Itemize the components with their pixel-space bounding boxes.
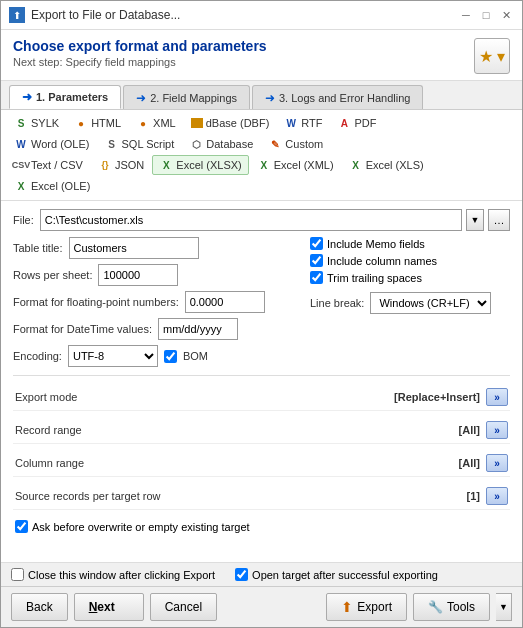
format-sqlscript-button[interactable]: S SQL Script bbox=[97, 134, 181, 154]
close-after-export-label: Close this window after clicking Export bbox=[28, 569, 215, 581]
sylk-icon: S bbox=[14, 116, 28, 130]
window-title: Export to File or Database... bbox=[31, 8, 180, 22]
export-mode-expand-button[interactable]: » bbox=[486, 388, 508, 406]
rows-per-sheet-row: Rows per sheet: bbox=[13, 264, 290, 286]
tab-logshandling[interactable]: ➜ 3. Logs and Error Handling bbox=[252, 85, 423, 109]
format-json-label: JSON bbox=[115, 159, 144, 171]
cancel-label: Cancel bbox=[165, 600, 202, 614]
format-word-label: Word (OLE) bbox=[31, 138, 89, 150]
source-records-label: Source records per target row bbox=[15, 490, 161, 502]
datetime-format-label: Format for DateTime values: bbox=[13, 323, 152, 335]
file-row: File: ▼ … bbox=[13, 209, 510, 231]
format-database-button[interactable]: ⬡ Database bbox=[182, 134, 260, 154]
header-section: Choose export format and parameters Next… bbox=[1, 30, 522, 81]
custom-icon: ✎ bbox=[268, 137, 282, 151]
file-label: File: bbox=[13, 214, 34, 226]
header-subtitle: Next step: Specify field mappings bbox=[13, 56, 267, 68]
format-xml-label: XML bbox=[153, 117, 176, 129]
encoding-row: Encoding: UTF-8 UTF-16 ASCII BOM bbox=[13, 345, 290, 367]
header-title: Choose export format and parameters bbox=[13, 38, 267, 54]
format-dbase-button[interactable]: dBase (DBF) bbox=[184, 113, 277, 133]
format-excelxlsx-button[interactable]: X Excel (XLSX) bbox=[152, 155, 248, 175]
float-format-row: Format for floating-point numbers: bbox=[13, 291, 290, 313]
format-xml-button[interactable]: ● XML bbox=[129, 113, 183, 133]
column-range-label: Column range bbox=[15, 457, 84, 469]
trim-spaces-row: Trim trailing spaces bbox=[310, 271, 510, 284]
source-records-row: Source records per target row [1] » bbox=[13, 483, 510, 510]
record-range-row: Record range [All] » bbox=[13, 417, 510, 444]
include-memo-checkbox[interactable] bbox=[310, 237, 323, 250]
rows-per-sheet-label: Rows per sheet: bbox=[13, 269, 92, 281]
format-excelxml-button[interactable]: X Excel (XML) bbox=[250, 155, 341, 175]
next-label: Next bbox=[89, 600, 115, 614]
close-after-export-checkbox[interactable] bbox=[11, 568, 24, 581]
maximize-button[interactable]: □ bbox=[478, 7, 494, 23]
close-button[interactable]: ✕ bbox=[498, 7, 514, 23]
cancel-button[interactable]: Cancel bbox=[150, 593, 217, 621]
include-memo-label: Include Memo fields bbox=[327, 238, 425, 250]
export-icon: ⬆ bbox=[341, 599, 353, 615]
include-columns-checkbox[interactable] bbox=[310, 254, 323, 267]
linebreak-label: Line break: bbox=[310, 297, 364, 309]
ask-overwrite-checkbox[interactable] bbox=[15, 520, 28, 533]
source-records-right: [1] » bbox=[467, 487, 508, 505]
source-records-expand-button[interactable]: » bbox=[486, 487, 508, 505]
tab-fieldmappings[interactable]: ➜ 2. Field Mappings bbox=[123, 85, 250, 109]
trim-spaces-checkbox[interactable] bbox=[310, 271, 323, 284]
file-input-group: ▼ … bbox=[40, 209, 510, 231]
back-button[interactable]: Back bbox=[11, 593, 68, 621]
format-pdf-button[interactable]: A PDF bbox=[330, 113, 383, 133]
format-custom-button[interactable]: ✎ Custom bbox=[261, 134, 330, 154]
format-excelole-button[interactable]: X Excel (OLE) bbox=[7, 176, 97, 196]
tools-dropdown-button[interactable]: ▼ bbox=[496, 593, 512, 621]
export-mode-label: Export mode bbox=[15, 391, 77, 403]
tab-logshandling-label: 3. Logs and Error Handling bbox=[279, 92, 410, 104]
format-custom-label: Custom bbox=[285, 138, 323, 150]
rows-per-sheet-input[interactable] bbox=[98, 264, 178, 286]
dbase-icon bbox=[191, 118, 203, 128]
format-word-button[interactable]: W Word (OLE) bbox=[7, 134, 96, 154]
favorites-button[interactable]: ★ ▾ bbox=[474, 38, 510, 74]
bom-checkbox[interactable] bbox=[164, 350, 177, 363]
textcsv-icon: CSV bbox=[14, 158, 28, 172]
include-columns-label: Include column names bbox=[327, 255, 437, 267]
excelole-icon: X bbox=[14, 179, 28, 193]
include-columns-row: Include column names bbox=[310, 254, 510, 267]
next-button[interactable]: Next bbox=[74, 593, 144, 621]
left-column: Table title: Rows per sheet: Format for … bbox=[13, 237, 290, 367]
sql-icon: S bbox=[104, 137, 118, 151]
xml-icon: ● bbox=[136, 116, 150, 130]
format-html-button[interactable]: ● HTML bbox=[67, 113, 128, 133]
record-range-expand-button[interactable]: » bbox=[486, 421, 508, 439]
back-label: Back bbox=[26, 600, 53, 614]
datetime-format-input[interactable] bbox=[158, 318, 238, 340]
format-textcsv-label: Text / CSV bbox=[31, 159, 83, 171]
file-dropdown-button[interactable]: ▼ bbox=[466, 209, 484, 231]
column-range-value: [All] bbox=[459, 457, 480, 469]
table-title-input[interactable] bbox=[69, 237, 199, 259]
export-button[interactable]: ⬆ Export bbox=[326, 593, 407, 621]
format-excelxls-button[interactable]: X Excel (XLS) bbox=[342, 155, 431, 175]
column-range-expand-button[interactable]: » bbox=[486, 454, 508, 472]
minimize-button[interactable]: ─ bbox=[458, 7, 474, 23]
rtf-icon: W bbox=[284, 116, 298, 130]
format-html-label: HTML bbox=[91, 117, 121, 129]
encoding-select[interactable]: UTF-8 UTF-16 ASCII bbox=[68, 345, 158, 367]
format-row-1: S SYLK ● HTML ● XML dBase (DBF) W RTF A … bbox=[7, 113, 516, 133]
file-input[interactable] bbox=[40, 209, 462, 231]
format-json-button[interactable]: {} JSON bbox=[91, 155, 151, 175]
excelxls-icon: X bbox=[349, 158, 363, 172]
table-title-label: Table title: bbox=[13, 242, 63, 254]
open-after-export-checkbox[interactable] bbox=[235, 568, 248, 581]
tools-button[interactable]: 🔧 Tools bbox=[413, 593, 490, 621]
format-textcsv-button[interactable]: CSV Text / CSV bbox=[7, 155, 90, 175]
tab-parameters[interactable]: ➜ 1. Parameters bbox=[9, 85, 121, 109]
tab-arrow-3: ➜ bbox=[265, 91, 275, 105]
format-rtf-button[interactable]: W RTF bbox=[277, 113, 329, 133]
float-format-input[interactable] bbox=[185, 291, 265, 313]
format-sqlscript-label: SQL Script bbox=[121, 138, 174, 150]
format-sylk-button[interactable]: S SYLK bbox=[7, 113, 66, 133]
linebreak-select[interactable]: Windows (CR+LF) Unix (LF) Mac (CR) bbox=[370, 292, 491, 314]
format-rtf-label: RTF bbox=[301, 117, 322, 129]
file-browse-button[interactable]: … bbox=[488, 209, 510, 231]
